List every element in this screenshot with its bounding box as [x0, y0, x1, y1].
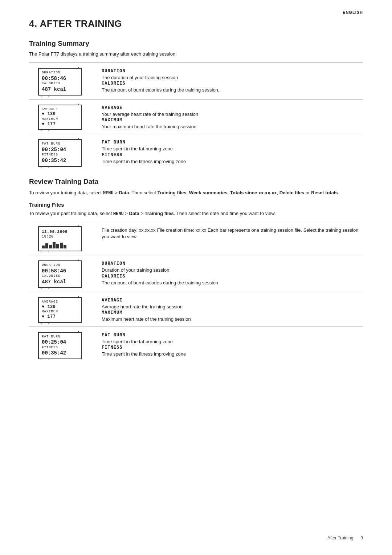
info-text-review-zones: FAT BURN Time spent in the fat burning z…	[102, 332, 363, 357]
label-fatburn: FAT BURN	[102, 140, 363, 145]
screen-label-fitness: FITNESS	[42, 153, 78, 157]
device-screen-duration: DURATION 00:58:46 CALORIES 487 kcal	[29, 68, 91, 96]
desc-file-time: File creation time: xx:xx	[157, 227, 206, 233]
footer: After Training 9	[29, 535, 363, 540]
screen-label-rev-maximum: MAXIMUM	[42, 310, 78, 314]
screen-value-calories: 487 kcal	[42, 86, 78, 93]
screen-value-average: ♥ 139	[42, 112, 78, 117]
desc-rev-duration: Duration of your training session	[102, 267, 169, 273]
review-training-intro: To review your training data, select MEN…	[29, 189, 363, 197]
desc-rev-average: Average heart rate the training session	[102, 304, 183, 309]
screen-value-rev-average: ♥ 139	[42, 304, 78, 310]
screen-label-duration: DURATION	[42, 71, 78, 75]
summary-row-duration: DURATION 00:58:46 CALORIES 487 kcal DURA…	[29, 62, 363, 99]
screen-value-rev-calories: 487 kcal	[42, 279, 78, 285]
screen-label-rev-fitness: FITNESS	[42, 346, 78, 350]
device-screen-review-hr: AVERAGE ♥ 139 MAXIMUM ♥ 177	[29, 297, 91, 323]
desc-rev-fatburn: Time spent in the fat burning zone	[102, 339, 173, 344]
label-rev-fatburn: FAT BURN	[102, 333, 363, 338]
screen-label-rev-calories: CALORIES	[42, 274, 78, 279]
screen-value-rev-maximum: ♥ 177	[42, 314, 78, 320]
screen-label-fatburn: FAT BURN	[42, 142, 78, 146]
screen-value-fitness: 00:35:42	[42, 157, 78, 164]
device-screen-calendar: 12.09.2009 18:20	[29, 226, 91, 251]
training-files-title: Training Files	[29, 202, 363, 208]
screen-box-review-hr: AVERAGE ♥ 139 MAXIMUM ♥ 177	[38, 297, 82, 323]
screen-label-rev-duration: DURATION	[42, 263, 78, 268]
label-rev-average: AVERAGE	[102, 298, 363, 303]
screen-value-rev-fatburn: 00:25:04	[42, 339, 78, 345]
chapter-title: 4. AFTER TRAINING	[29, 18, 363, 29]
screen-value-rev-duration: 00:58:46	[42, 268, 78, 274]
device-screen-zones: FAT BURN 00:25:04 FITNESS 00:35:42	[29, 139, 91, 167]
info-text-review-hr: AVERAGE Average heart rate the training …	[102, 297, 363, 323]
screen-time: 18:20	[42, 234, 78, 239]
desc-fitness: Time spent in the fitness improving zone	[102, 159, 186, 164]
screen-label-rev-average: AVERAGE	[42, 300, 78, 304]
desc-duration: The duration of your training session	[102, 75, 178, 80]
info-text-zones: FAT BURN Time spent in the fat burning z…	[102, 139, 363, 165]
language-label: ENGLISH	[343, 10, 363, 15]
review-row-hr: AVERAGE ♥ 139 MAXIMUM ♥ 177 AVERAGE Aver…	[29, 292, 363, 327]
label-rev-fitness: FITNESS	[102, 345, 363, 350]
screen-label-average: AVERAGE	[42, 108, 78, 112]
screen-value-rev-fitness: 00:35:42	[42, 350, 78, 356]
info-text-duration: DURATION The duration of your training s…	[102, 68, 363, 93]
info-text-hr: AVERAGE Your average heart rate of the t…	[102, 105, 363, 130]
info-text-review-duration: DURATION Duration of your training sessi…	[102, 260, 363, 286]
bar-1	[42, 246, 45, 248]
screen-box-review-duration: DURATION 00:58:46 CALORIES 487 kcal	[38, 260, 82, 288]
screen-box-hr: AVERAGE ♥ 139 MAXIMUM ♥ 177	[38, 105, 82, 130]
screen-label-calories: CALORIES	[42, 82, 78, 86]
screen-value-fatburn: 00:25:04	[42, 146, 78, 153]
training-files-intro: To review your past training data, selec…	[29, 210, 363, 217]
screen-box-duration: DURATION 00:58:46 CALORIES 487 kcal	[38, 68, 82, 96]
training-summary-title: Training Summary	[29, 40, 363, 48]
bar-chart	[42, 240, 78, 248]
info-text-calendar: File creation day: xx.xx.xx File creatio…	[102, 226, 363, 240]
device-screen-hr: AVERAGE ♥ 139 MAXIMUM ♥ 177	[29, 105, 91, 130]
bar-2	[45, 243, 48, 248]
screen-value-duration: 00:58:46	[42, 75, 78, 82]
desc-average: Your average heart rate of the training …	[102, 112, 198, 117]
screen-label-maximum: MAXIMUM	[42, 117, 78, 122]
bar-6	[60, 243, 63, 248]
bar-4	[53, 242, 56, 248]
label-rev-maximum: MAXIMUM	[102, 310, 363, 315]
label-calories: CALORIES	[102, 81, 363, 86]
label-rev-duration: DURATION	[102, 261, 363, 266]
label-rev-calories: CALORIES	[102, 274, 363, 279]
device-screen-review-duration: DURATION 00:58:46 CALORIES 487 kcal	[29, 260, 91, 288]
desc-rev-maximum: Maximum heart rate of the training sessi…	[102, 316, 191, 322]
label-average: AVERAGE	[102, 105, 363, 110]
bar-3	[49, 245, 52, 248]
summary-row-hr: AVERAGE ♥ 139 MAXIMUM ♥ 177 AVERAGE Your…	[29, 99, 363, 134]
label-duration: DURATION	[102, 69, 363, 74]
screen-label-rev-fatburn: FAT BURN	[42, 335, 78, 339]
review-row-calendar: 12.09.2009 18:20 File creation day: xx.x…	[29, 221, 363, 255]
desc-file-day: File creation day: xx.xx.xx	[102, 227, 156, 233]
screen-value-maximum: ♥ 177	[42, 122, 78, 127]
screen-box-calendar: 12.09.2009 18:20	[38, 226, 82, 251]
footer-label: After Training	[327, 535, 353, 540]
review-training-title: Review Training Data	[29, 178, 363, 186]
footer-page: 9	[360, 535, 363, 540]
desc-calories: The amount of burnt calories during the …	[102, 87, 219, 93]
review-row-duration: DURATION 00:58:46 CALORIES 487 kcal DURA…	[29, 255, 363, 292]
bar-5	[56, 244, 59, 248]
training-summary-intro: The Polar FT7 displays a training summar…	[29, 51, 363, 57]
label-maximum: MAXIMUM	[102, 118, 363, 123]
desc-maximum: Your maximum heart rate the training ses…	[102, 124, 196, 129]
screen-box-zones: FAT BURN 00:25:04 FITNESS 00:35:42	[38, 139, 82, 167]
screen-box-review-zones: FAT BURN 00:25:04 FITNESS 00:35:42	[38, 332, 82, 360]
summary-row-zones: FAT BURN 00:25:04 FITNESS 00:35:42 FAT B…	[29, 134, 363, 170]
desc-fatburn: Time spent in the fat burning zone	[102, 146, 173, 151]
desc-rev-fitness: Time spent in the fitness improving zone	[102, 351, 186, 357]
desc-rev-calories: The amount of burnt calories during the …	[102, 280, 218, 285]
screen-date: 12.09.2009	[42, 229, 78, 234]
label-fitness: FITNESS	[102, 153, 363, 158]
device-screen-review-zones: FAT BURN 00:25:04 FITNESS 00:35:42	[29, 332, 91, 360]
bar-7	[64, 245, 66, 248]
review-row-zones: FAT BURN 00:25:04 FITNESS 00:35:42 FAT B…	[29, 327, 363, 363]
